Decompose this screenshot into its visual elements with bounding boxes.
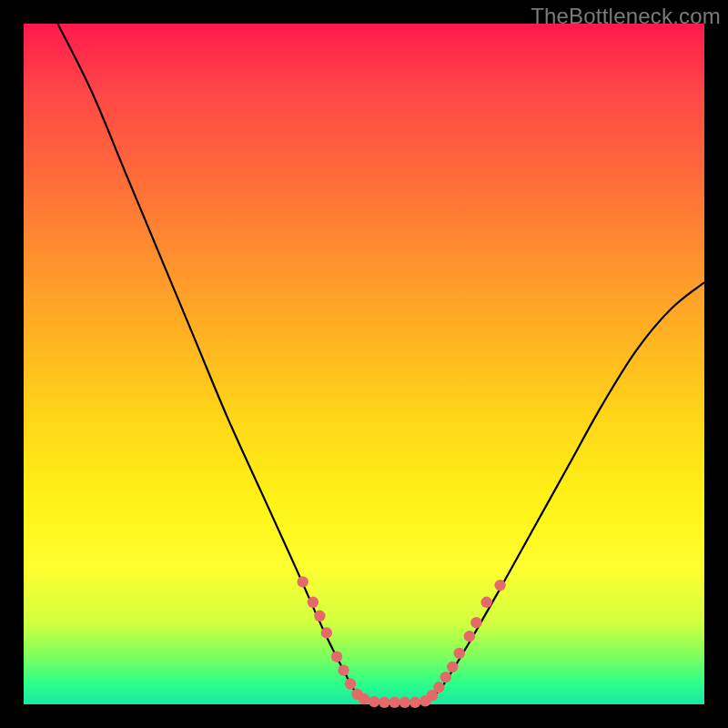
highlight-point <box>464 631 475 642</box>
highlight-point <box>440 672 451 682</box>
watermark-text: TheBottleneck.com <box>531 4 721 29</box>
highlight-point <box>399 697 410 708</box>
highlight-point <box>389 697 399 708</box>
highlight-point <box>308 597 318 608</box>
highlight-point <box>297 576 308 587</box>
highlight-point <box>379 697 389 708</box>
highlight-point <box>345 678 356 689</box>
highlight-point <box>454 648 465 659</box>
highlight-point <box>314 611 325 622</box>
highlight-point <box>494 580 505 591</box>
chart-svg <box>24 24 704 704</box>
highlight-point <box>480 597 491 608</box>
highlight-point <box>338 664 349 675</box>
highlight-point <box>321 627 332 638</box>
highlight-point <box>410 697 420 708</box>
highlight-point <box>470 617 481 628</box>
highlight-point <box>447 662 458 672</box>
chart-plot-area <box>24 24 704 704</box>
highlight-point <box>433 682 444 693</box>
bottleneck-curve <box>57 24 704 703</box>
highlight-point <box>359 693 369 704</box>
highlight-point <box>331 651 342 662</box>
highlight-point <box>369 696 379 707</box>
